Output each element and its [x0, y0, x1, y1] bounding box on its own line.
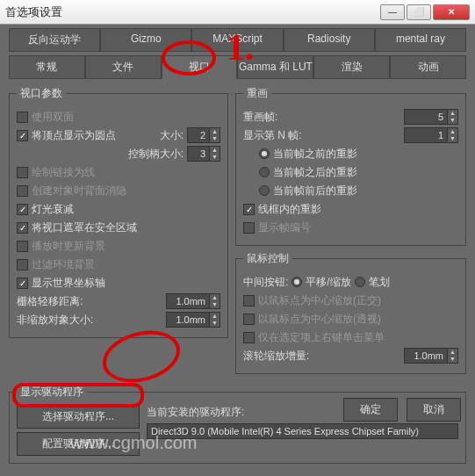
maximize-button[interactable]: ⬜ — [407, 4, 431, 20]
chk-safe-frame[interactable] — [17, 222, 28, 234]
lbl-draw-links: 绘制链接为线 — [32, 165, 95, 180]
radio-stroke[interactable] — [355, 277, 365, 287]
watermark: www.cgmol.com — [70, 433, 197, 453]
input-grid-dist[interactable] — [167, 296, 209, 307]
tab-gamma[interactable]: Gamma 和 LUT — [237, 55, 313, 79]
chk-ortho[interactable] — [243, 295, 255, 307]
chk-world-axis[interactable] — [17, 278, 28, 289]
lbl-filter-bg: 过滤环境背景 — [32, 257, 95, 272]
mouse-group: 鼠标控制 中间按钮: 平移/缩放 笔划 以鼠标点为中心缩放(正交) 以鼠标点为中… — [235, 251, 466, 374]
chk-filter-bg[interactable] — [17, 259, 28, 270]
lbl-before: 当前帧之前的重影 — [273, 147, 357, 162]
radio-after[interactable] — [259, 167, 270, 177]
viewport-params-group: 视口参数 使用双面 将顶点显示为圆点 大小: ▲▼ 控制柄大小: ▲▼ 绘制链接… — [9, 86, 228, 338]
chk-show-num[interactable] — [243, 222, 255, 234]
redraw-group: 重画 重画帧: ▲▼ 显示第 N 帧: ▲▼ 当前帧之前的重影 当前帧之后的重影… — [235, 86, 466, 246]
lbl-pan: 平移/缩放 — [306, 275, 350, 290]
spinner-wheel[interactable]: ▲▼ — [404, 348, 458, 364]
tab-ik[interactable]: 反向运动学 — [9, 28, 100, 52]
lbl-right-click: 仅在选定项上右键单击菜单 — [258, 330, 385, 345]
input-size[interactable] — [188, 130, 209, 141]
ok-button[interactable]: 确定 — [343, 398, 398, 422]
input-redraw-frames[interactable] — [405, 112, 447, 122]
chk-update-bg[interactable] — [17, 241, 28, 252]
tab-viewport[interactable]: 视口 — [162, 55, 238, 79]
spinner-grid-dist[interactable]: ▲▼ — [166, 293, 220, 309]
tab-files[interactable]: 文件 — [85, 55, 162, 79]
lbl-grid-dist: 栅格轻移距离: — [17, 294, 83, 309]
spinner-show-nth[interactable]: ▲▼ — [404, 127, 458, 143]
chk-backface[interactable] — [17, 185, 28, 197]
chk-light-atten[interactable] — [17, 204, 28, 215]
tabs-row-1: 反向运动学 Gizmo MAXScript Radiosity mental r… — [0, 25, 475, 52]
spinner-redraw-frames[interactable]: ▲▼ — [404, 109, 458, 125]
lbl-handle-size: 控制柄大小: — [128, 147, 184, 162]
tab-render[interactable]: 渲染 — [313, 55, 390, 79]
lbl-nonscale: 非缩放对象大小: — [17, 313, 93, 328]
radio-both[interactable] — [259, 185, 270, 196]
lbl-wheel: 滚轮缩放增量: — [243, 349, 309, 364]
lbl-backface: 创建对象时背面消隐 — [32, 184, 126, 198]
lbl-vertex-dot: 将顶点显示为圆点 — [32, 128, 116, 143]
input-show-nth[interactable] — [405, 130, 447, 141]
spinner-size[interactable]: ▲▼ — [187, 127, 220, 143]
lbl-wireframe: 线框内的重影 — [258, 202, 321, 217]
lbl-world-axis: 显示世界坐标轴 — [32, 276, 105, 291]
lbl-stroke: 笔划 — [369, 275, 390, 290]
spinner-handle-size[interactable]: ▲▼ — [187, 146, 220, 162]
radio-pan[interactable] — [291, 277, 302, 287]
input-handle-size[interactable] — [188, 148, 209, 159]
mouse-title: 鼠标控制 — [243, 251, 292, 266]
lbl-after: 当前帧之后的重影 — [273, 165, 357, 180]
lbl-show-nth: 显示第 N 帧: — [243, 128, 302, 143]
close-button[interactable]: ✕ — [433, 4, 470, 20]
select-driver-button[interactable]: 选择驱动程序... — [17, 405, 140, 429]
tab-mentalray[interactable]: mental ray — [375, 28, 466, 52]
cancel-button[interactable]: 取消 — [407, 398, 461, 422]
tab-radiosity[interactable]: Radiosity — [284, 28, 375, 52]
spinner-nonscale[interactable]: ▲▼ — [166, 312, 220, 328]
lbl-safe-frame: 将视口遮罩在安全区域 — [32, 220, 137, 235]
input-wheel[interactable] — [405, 350, 447, 361]
chk-right-click[interactable] — [243, 332, 255, 343]
chk-wireframe[interactable] — [243, 204, 255, 215]
minimize-button[interactable]: — — [380, 4, 405, 20]
lbl-size: 大小: — [160, 128, 184, 143]
redraw-title: 重画 — [243, 86, 271, 101]
lbl-update-bg: 播放时更新背景 — [32, 239, 105, 254]
chk-use-dual[interactable] — [17, 112, 28, 123]
lbl-use-dual: 使用双面 — [32, 110, 74, 125]
window-title: 首选项设置 — [5, 4, 380, 20]
titlebar: 首选项设置 — ⬜ ✕ — [0, 0, 475, 25]
lbl-show-num: 显示帧编号 — [258, 220, 311, 235]
chk-vertex-dot[interactable] — [17, 130, 28, 141]
tab-gizmo[interactable]: Gizmo — [100, 28, 191, 52]
lbl-persp: 以鼠标点为中心缩放(透视) — [258, 312, 381, 327]
tabs-row-2: 常规 文件 视口 Gamma 和 LUT 渲染 动画 — [0, 52, 475, 79]
tab-general[interactable]: 常规 — [9, 55, 85, 79]
lbl-ortho: 以鼠标点为中心缩放(正交) — [258, 293, 381, 308]
lbl-both: 当前帧前后的重影 — [273, 184, 357, 198]
lbl-middle: 中间按钮: — [243, 275, 288, 290]
radio-before[interactable] — [259, 148, 270, 159]
input-nonscale[interactable] — [167, 314, 209, 325]
driver-title: 显示驱动程序 — [17, 385, 87, 400]
chk-persp[interactable] — [243, 314, 255, 325]
chk-draw-links[interactable] — [17, 167, 28, 178]
viewport-params-title: 视口参数 — [17, 86, 66, 101]
tab-anim[interactable]: 动画 — [390, 55, 466, 79]
tab-maxscript[interactable]: MAXScript — [191, 28, 283, 52]
lbl-light-atten: 灯光衰减 — [32, 202, 74, 217]
lbl-redraw-frames: 重画帧: — [243, 110, 277, 125]
